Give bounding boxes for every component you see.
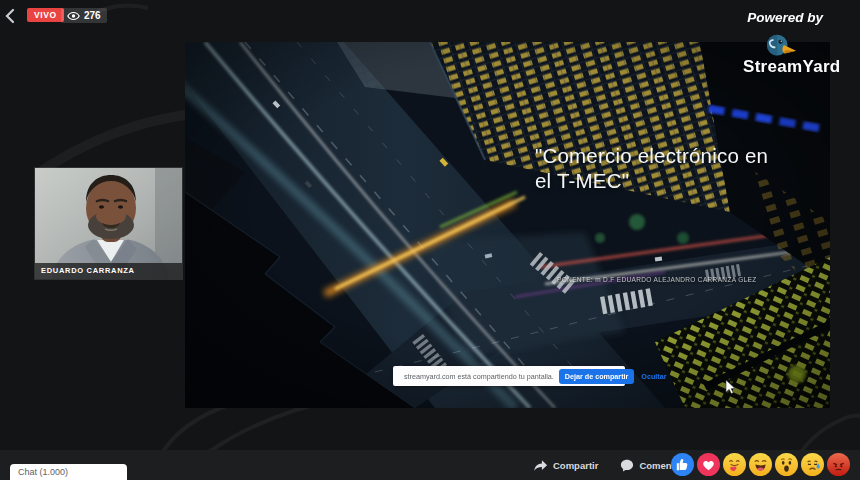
mouse-cursor	[725, 380, 736, 395]
viewer-count: 276	[84, 10, 101, 21]
powered-by-label: Powered by	[747, 10, 823, 25]
back-button[interactable]	[2, 6, 20, 26]
city-aerial-slide-image	[185, 42, 830, 408]
reactions-row	[671, 453, 850, 476]
browser-share-notification: streamyard.com está compartiendo tu pant…	[393, 366, 625, 386]
reaction-care-icon[interactable]	[723, 453, 746, 476]
comment-icon	[620, 459, 634, 472]
reaction-haha-icon[interactable]	[749, 453, 772, 476]
reaction-wow-icon[interactable]	[775, 453, 798, 476]
chat-tab[interactable]: Chat (1.000)	[10, 464, 127, 480]
reaction-like-icon[interactable]	[671, 453, 694, 476]
chevron-left-icon	[2, 6, 20, 26]
streamyard-brand-name: StreamYard	[743, 57, 841, 77]
screen-share-view: "Comercio electrónico en el T-MEC" PONEN…	[185, 42, 830, 408]
eye-icon	[67, 11, 80, 21]
share-notification-message: streamyard.com está compartiendo tu pant…	[404, 372, 554, 381]
share-button[interactable]: Compartir	[533, 459, 598, 472]
reaction-love-icon[interactable]	[697, 453, 720, 476]
slide-title: "Comercio electrónico en el T-MEC"	[535, 143, 787, 193]
viewer-count-badge: 276	[61, 8, 107, 23]
webcam-tile: EDUARDO CARRANZA	[35, 168, 182, 279]
stop-sharing-button[interactable]: Dejar de compartir	[559, 369, 635, 384]
speaker-name-label: EDUARDO CARRANZA	[35, 263, 182, 279]
live-status-badge: VIVO	[27, 8, 64, 22]
live-video-stage: VIVO 276 Powered by StreamYard	[0, 0, 860, 480]
share-icon	[533, 459, 548, 472]
post-actions: Compartir Comentar	[533, 450, 684, 480]
slide-presenter-line: PONENTE: m D.F EDUARDO ALEJANDRO CARRANZ…	[557, 276, 787, 283]
reaction-sad-icon[interactable]	[801, 453, 824, 476]
footer-bar: Chat (1.000) Compartir Comentar	[0, 450, 860, 480]
reaction-angry-icon[interactable]	[827, 453, 850, 476]
share-label: Compartir	[553, 460, 598, 471]
hide-notification-button[interactable]: Ocultar	[639, 372, 668, 381]
